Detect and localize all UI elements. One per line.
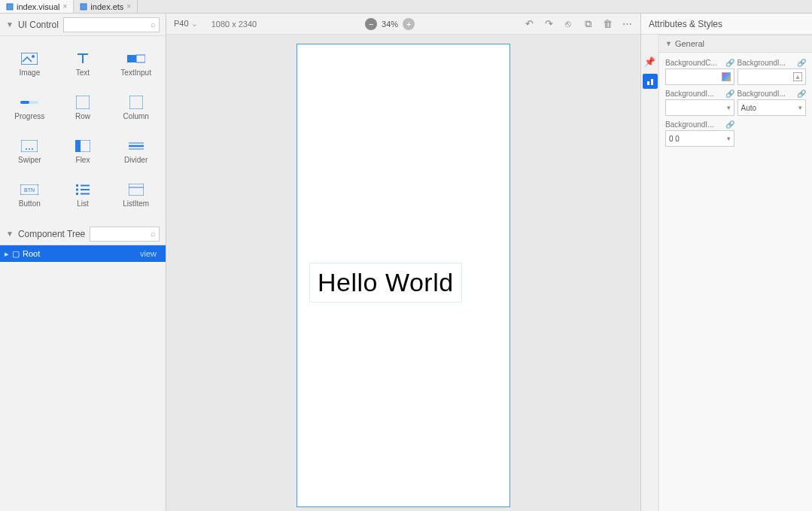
dimensions-label: 1080 x 2340 <box>211 20 257 29</box>
close-icon[interactable]: × <box>126 2 131 11</box>
control-label: Flex <box>76 156 90 164</box>
zoom-in-button[interactable]: + <box>403 18 415 30</box>
control-label: Button <box>19 199 41 208</box>
row-icon <box>74 96 92 109</box>
chevron-down-icon: ▾ <box>727 135 731 142</box>
svg-rect-29 <box>647 81 649 85</box>
svg-rect-9 <box>129 96 143 109</box>
svg-rect-27 <box>129 184 144 196</box>
attributes-title: Attributes & Styles <box>641 14 812 35</box>
pin-tab[interactable]: 📌 <box>643 54 658 69</box>
prop-value: 0 0 <box>669 135 680 143</box>
swiper-icon <box>20 139 38 153</box>
link-icon[interactable]: 🔗 <box>725 90 734 98</box>
svg-rect-23 <box>76 188 78 190</box>
svg-rect-1 <box>81 4 87 10</box>
svg-rect-21 <box>76 184 78 187</box>
tab-index-visual[interactable]: index.visual × <box>0 0 74 13</box>
control-textinput[interactable]: TextInput <box>109 42 163 86</box>
control-button[interactable]: BTN Button <box>3 173 56 217</box>
section-general[interactable]: ▼ General <box>659 35 812 53</box>
delete-icon[interactable]: 🗑 <box>601 18 613 30</box>
search-input[interactable]: ⌕ <box>90 227 160 242</box>
control-swiper[interactable]: Swiper <box>3 129 56 173</box>
tree-root-node[interactable]: ▸ ▢ Root view <box>0 245 166 262</box>
prop-label: BackgroundI... <box>665 120 713 129</box>
styles-tab[interactable] <box>643 74 658 89</box>
tab-label: index.visual <box>17 2 59 11</box>
button-icon: BTN <box>20 183 38 196</box>
canvas-toolbar: P40 ⌄ 1080 x 2340 − 34% + ↶ ↷ ⎋ ⧉ 🗑 ⋯ <box>166 14 640 35</box>
prop-backgroundimage: BackgroundI...🔗 ▲ <box>737 59 807 85</box>
image-icon: ▲ <box>793 72 802 81</box>
caret-right-icon: ▸ <box>5 249 9 259</box>
redo-icon[interactable]: ↷ <box>543 18 555 30</box>
search-input[interactable]: ⌕ <box>63 17 160 32</box>
divider-icon <box>127 139 145 153</box>
chevron-down-icon: ▾ <box>798 104 802 111</box>
svg-point-12 <box>29 148 30 150</box>
panel-title: Component Tree <box>18 229 85 239</box>
control-label: Text <box>76 68 90 77</box>
canvas-area: P40 ⌄ 1080 x 2340 − 34% + ↶ ↷ ⎋ ⧉ 🗑 ⋯ He… <box>166 14 640 511</box>
device-frame[interactable]: Hello World <box>297 44 510 507</box>
control-list[interactable]: List <box>56 173 110 217</box>
image-input[interactable]: ▲ <box>737 68 807 85</box>
more-icon[interactable]: ⋯ <box>621 18 633 30</box>
copy-icon[interactable]: ⧉ <box>582 18 594 30</box>
column-icon <box>127 96 145 109</box>
file-icon <box>80 3 87 11</box>
close-icon[interactable]: × <box>62 2 67 11</box>
progress-icon <box>20 96 38 109</box>
device-selector[interactable]: P40 ⌄ <box>174 19 198 29</box>
chevron-down-icon: ▼ <box>665 40 672 47</box>
undo-icon[interactable]: ↶ <box>523 18 535 30</box>
control-row[interactable]: Row <box>56 86 110 129</box>
canvas-viewport[interactable]: Hello World <box>166 35 640 511</box>
text-icon <box>74 52 92 65</box>
control-image[interactable]: Image <box>3 42 56 86</box>
control-progress[interactable]: Progress <box>3 86 56 129</box>
chevron-down-icon: ▾ <box>727 104 731 111</box>
svg-rect-4 <box>127 55 136 62</box>
control-label: TextInput <box>120 68 151 77</box>
link-icon[interactable]: 🔗 <box>725 120 734 129</box>
prop-backgroundimagerepeat: BackgroundI...🔗 ▾ <box>665 90 734 116</box>
control-flex[interactable]: Flex <box>56 129 110 173</box>
dropdown-input[interactable]: 0 0▾ <box>665 130 734 147</box>
control-listitem[interactable]: ListItem <box>109 173 163 217</box>
search-icon: ⌕ <box>151 229 156 238</box>
dropdown-input[interactable]: Auto▾ <box>737 99 807 116</box>
control-label: List <box>77 199 89 208</box>
link-icon[interactable]: 🔗 <box>797 90 806 98</box>
node-label: Root <box>23 249 40 258</box>
svg-rect-10 <box>21 140 38 152</box>
toolbar-actions: ↶ ↷ ⎋ ⧉ 🗑 ⋯ <box>523 18 633 30</box>
control-label: Column <box>123 112 148 120</box>
zoom-out-button[interactable]: − <box>365 18 377 30</box>
control-label: Image <box>19 68 40 77</box>
text-component[interactable]: Hello World <box>309 263 462 303</box>
dropdown-input[interactable]: ▾ <box>665 99 734 116</box>
control-label: ListItem <box>123 199 149 208</box>
tab-index-ets[interactable]: index.ets × <box>74 0 138 13</box>
side-tabs: 📌 <box>641 35 659 511</box>
control-divider[interactable]: Divider <box>109 129 163 173</box>
rotate-device-icon[interactable]: ⎋ <box>562 18 574 30</box>
control-text[interactable]: Text <box>56 42 110 86</box>
file-icon <box>6 3 14 11</box>
color-input[interactable] <box>665 68 734 85</box>
svg-point-11 <box>26 148 27 150</box>
link-icon[interactable]: 🔗 <box>797 59 806 67</box>
search-icon: ⌕ <box>151 20 156 29</box>
chevron-down-icon[interactable]: ▼ <box>6 20 14 29</box>
image-icon <box>20 52 38 65</box>
panel-title: UI Control <box>18 20 59 30</box>
control-column[interactable]: Column <box>109 86 163 129</box>
zoom-controls: − 34% + <box>365 18 415 30</box>
svg-rect-7 <box>20 101 29 104</box>
link-icon[interactable]: 🔗 <box>725 59 734 67</box>
node-type: view <box>140 249 161 258</box>
ui-control-grid: Image Text TextInput Progress Row <box>0 36 166 223</box>
chevron-down-icon[interactable]: ▼ <box>6 230 14 238</box>
